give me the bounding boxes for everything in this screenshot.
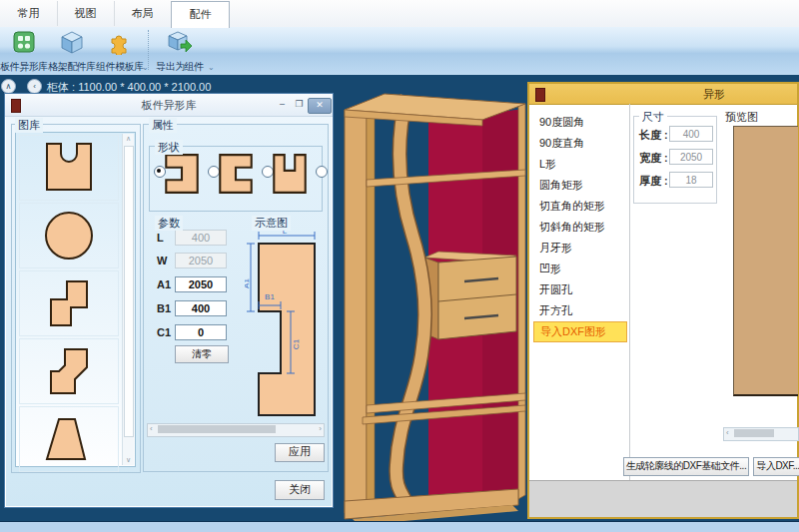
params-group-label: 参数 — [155, 216, 183, 231]
properties-scrollbar[interactable]: ‹ › — [147, 423, 325, 437]
parameter-diagram: L A1 B1 C1 — [245, 228, 323, 419]
trapezoid-shape — [39, 409, 99, 469]
frame-accessory-library-icon — [59, 29, 85, 55]
menu-tab-bar: 常用 视图 布局 配件 — [0, 0, 799, 28]
properties-scroll-thumb[interactable] — [158, 425, 276, 433]
preview-scrollbar[interactable]: ‹ — [723, 427, 799, 441]
size-group-label: 尺寸 — [639, 110, 667, 125]
shape-gallery-list: ∧ ∨ — [15, 132, 136, 467]
ribbon-button-label: 导出为组件 — [154, 60, 206, 74]
gallery-scrollbar[interactable]: ∧ ∨ — [122, 134, 134, 465]
width-label: 宽度 : — [639, 151, 668, 166]
back-button[interactable]: ‹ — [27, 79, 42, 94]
width-input[interactable] — [669, 149, 713, 165]
param-name-B1: B1 — [157, 302, 171, 314]
bottom-status-strip — [0, 521, 799, 532]
gallery-item-trapezoid[interactable] — [19, 406, 119, 472]
preview-label: 预览图 — [725, 110, 758, 125]
param-input-W[interactable] — [175, 253, 227, 268]
tab-common[interactable]: 常用 — [0, 1, 58, 26]
group-dropdown-marker[interactable]: ⌄ — [208, 63, 215, 72]
circle-shape — [39, 206, 99, 266]
group-dropdown-marker[interactable]: ⌄ — [142, 63, 149, 72]
preview-scroll-thumb[interactable] — [734, 429, 774, 437]
list-item-round-hole[interactable]: 开圆孔 — [533, 279, 625, 300]
param-name-A1: A1 — [157, 278, 171, 290]
gallery-group-label: 图库 — [15, 118, 43, 133]
thickness-input[interactable] — [669, 172, 713, 188]
right-window-title: 异形 — [634, 87, 794, 102]
scroll-down-icon[interactable]: ∨ — [123, 456, 134, 464]
gallery-scroll-thumb[interactable] — [124, 146, 134, 437]
generate-dxf-base-file-button[interactable]: 生成轮廓线的DXF基础文件... — [623, 457, 749, 476]
param-name-W: W — [157, 255, 167, 266]
window-app-icon — [535, 88, 545, 102]
export-as-component-icon — [167, 29, 193, 55]
scroll-up-icon[interactable]: ∧ — [123, 135, 134, 143]
param-input-C1[interactable] — [175, 324, 227, 340]
close-button[interactable]: 关闭 — [275, 480, 325, 500]
scroll-right-icon[interactable]: › — [319, 424, 322, 434]
slot-left-shape[interactable] — [163, 152, 201, 196]
diagram-group-label: 示意图 — [252, 216, 291, 231]
ribbon-button-label: 板件异形库 — [0, 60, 48, 74]
cabinet-geometry — [345, 94, 525, 521]
list-item-crescent[interactable]: 月牙形 — [533, 238, 625, 259]
right-window-titlebar[interactable]: 异形 — [529, 84, 797, 105]
list-item-round-corner-90[interactable]: 90度圆角 — [533, 112, 625, 133]
gallery-item-chamfered-stair[interactable] — [19, 338, 119, 404]
workspace: ∧ ‹ 柜体 : 1100.00 * 400.00 * 2100.00 — [0, 75, 799, 521]
ribbon-button-label: 组件模板库 — [96, 60, 144, 74]
scroll-left-icon[interactable]: ‹ — [150, 424, 153, 434]
list-item-l-shape[interactable]: L形 — [533, 154, 625, 175]
param-input-A1[interactable] — [175, 276, 227, 292]
list-item-bevel-cut-rect[interactable]: 切斜角的矩形 — [533, 217, 625, 238]
tab-layout[interactable]: 布局 — [114, 1, 172, 26]
tab-accessories[interactable]: 配件 — [171, 1, 230, 28]
shape-radio-extra[interactable] — [316, 166, 328, 178]
param-input-B1[interactable] — [175, 300, 227, 316]
close-icon[interactable]: ✕ — [308, 98, 332, 114]
list-item-rounded-rect[interactable]: 圆角矩形 — [533, 175, 625, 196]
collapse-ribbon-button[interactable]: ∧ — [1, 79, 16, 94]
list-item-concave[interactable]: 凹形 — [533, 259, 625, 279]
notched-square-shape — [39, 138, 99, 198]
clear-button[interactable]: 清零 — [175, 345, 229, 363]
list-item-right-angle-90[interactable]: 90度直角 — [533, 133, 625, 154]
gallery-item-notched-square[interactable] — [19, 135, 119, 201]
gallery-item-stair[interactable] — [19, 270, 119, 336]
stair-shape — [39, 273, 99, 333]
dim-label-B1: B1 — [265, 292, 275, 301]
tab-view[interactable]: 视图 — [57, 1, 115, 26]
panel-shape-library-icon — [11, 29, 37, 55]
maximize-button[interactable]: ❐ — [292, 98, 307, 112]
apply-button[interactable]: 应用 — [275, 443, 325, 462]
scroll-left-icon[interactable]: ‹ — [726, 428, 729, 438]
list-item-import-dxf-selected[interactable]: 导入DXF图形 — [533, 321, 627, 342]
panel-shape-library-window: 板件异形库 – ❐ ✕ 图库 — [4, 93, 334, 508]
special-shape-window: 异形 90度圆角 90度直角 L形 圆角矩形 切直角的矩形 切斜角的矩形 月牙形… — [527, 82, 799, 519]
slot-top-shape[interactable] — [271, 152, 309, 196]
panel-shape-library-button[interactable]: 板件异形库 — [0, 29, 48, 72]
length-input[interactable] — [669, 126, 713, 142]
list-item-right-angle-cut-rect[interactable]: 切直角的矩形 — [533, 196, 625, 217]
cabinet-3d-view[interactable] — [333, 76, 527, 521]
export-as-component-button[interactable]: 导出为组件 — [154, 29, 206, 72]
thickness-label: 厚度 : — [639, 174, 668, 189]
param-input-L[interactable] — [175, 230, 227, 246]
minimize-button[interactable]: – — [275, 98, 290, 112]
param-name-C1: C1 — [157, 326, 171, 338]
component-template-library-button[interactable]: 组件模板库 — [96, 29, 144, 72]
slot-right-shape[interactable] — [217, 152, 255, 196]
list-item-square-hole[interactable]: 开方孔 — [533, 300, 625, 321]
frame-accessory-library-button[interactable]: 格架配件库 — [48, 29, 96, 72]
dim-label-A1: A1 — [245, 278, 251, 288]
component-template-library-icon — [107, 29, 133, 55]
ribbon-button-label: 格架配件库 — [48, 60, 96, 74]
gallery-item-circle[interactable] — [19, 203, 119, 268]
length-label: 长度 : — [639, 128, 668, 143]
chamfered-stair-shape — [39, 341, 99, 401]
right-window-footer — [529, 480, 797, 517]
import-dxf-button[interactable]: 导入DXF... — [753, 457, 799, 476]
left-window-titlebar[interactable]: 板件异形库 – ❐ ✕ — [5, 94, 333, 117]
